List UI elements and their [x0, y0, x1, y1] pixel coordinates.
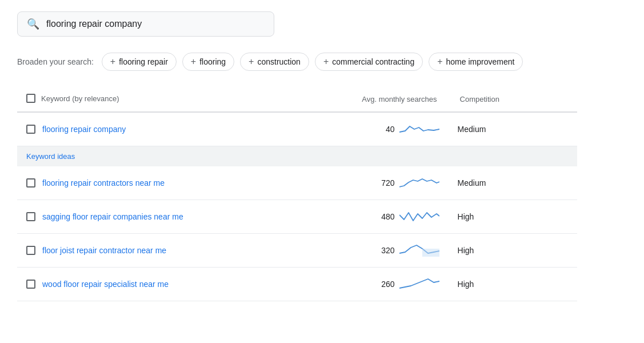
row-2-keyword-cell: floor joist repair contractor near me	[17, 234, 325, 268]
keyword-ideas-header: Keyword ideas	[17, 146, 577, 167]
row-2-searches: 320	[381, 246, 394, 255]
row-3-keyword-link[interactable]: wood floor repair specialist near me	[42, 280, 169, 289]
main-row-competition-value: Medium	[458, 125, 486, 134]
search-bar[interactable]: 🔍 flooring repair company	[17, 11, 274, 37]
row-1-keyword-cell: sagging floor repair companies near me	[17, 200, 325, 234]
broaden-tag-label-construction: construction	[257, 57, 300, 66]
row-1-searches-cell: 480	[325, 200, 449, 234]
main-row-sparkline	[399, 121, 439, 138]
table-row-3: wood floor repair specialist near me 260…	[17, 268, 577, 301]
keyword-table: Keyword (by relevance) Avg. monthly sear…	[17, 87, 577, 301]
plus-icon-flooring: +	[191, 57, 196, 67]
row-0-searches-cell: 720	[325, 166, 449, 200]
row-3-keyword-cell: wood floor repair specialist near me	[17, 268, 325, 301]
broaden-tag-label-flooring: flooring	[199, 57, 226, 66]
plus-icon-commercial-contracting: +	[323, 57, 329, 67]
plus-icon-home-improvement: +	[437, 57, 442, 67]
header-checkbox[interactable]	[26, 94, 35, 103]
main-row-searches-cell: 40	[325, 112, 449, 146]
broaden-tag-label-commercial-contracting: commercial contracting	[332, 57, 414, 66]
col-header-competition: Competition	[449, 87, 577, 112]
row-2-searches-cell: 320	[325, 234, 449, 268]
broaden-tag-flooring-repair[interactable]: + flooring repair	[102, 53, 177, 71]
row-3-sparkline	[399, 276, 439, 293]
row-2-checkbox[interactable]	[26, 246, 35, 255]
broaden-tag-label-flooring-repair: flooring repair	[119, 57, 168, 66]
row-1-searches: 480	[381, 212, 394, 221]
row-1-sparkline	[399, 208, 439, 225]
row-1-competition: High	[458, 212, 474, 221]
row-0-competition-cell: Medium	[449, 166, 577, 200]
broaden-tag-commercial-contracting[interactable]: + commercial contracting	[315, 53, 423, 71]
search-input-value: flooring repair company	[46, 19, 142, 29]
row-2-competition: High	[458, 246, 474, 255]
row-3-searches: 260	[381, 280, 394, 289]
broaden-tag-label-home-improvement: home improvement	[446, 57, 515, 66]
table-header-row: Keyword (by relevance) Avg. monthly sear…	[17, 87, 577, 112]
broaden-search-row: Broaden your search: + flooring repair +…	[17, 53, 627, 71]
broaden-label: Broaden your search:	[17, 57, 94, 66]
row-0-keyword-link[interactable]: flooring repair contractors near me	[42, 178, 165, 188]
row-2-keyword-link[interactable]: floor joist repair contractor near me	[42, 246, 166, 255]
row-1-keyword-link[interactable]: sagging floor repair companies near me	[42, 212, 183, 221]
table-row-1: sagging floor repair companies near me 4…	[17, 200, 577, 234]
row-3-checkbox[interactable]	[26, 280, 35, 289]
row-1-checkbox[interactable]	[26, 212, 35, 221]
row-1-competition-cell: High	[449, 200, 577, 234]
row-2-competition-cell: High	[449, 234, 577, 268]
main-row-keyword-cell: flooring repair company	[17, 112, 325, 146]
main-row-keyword-link[interactable]: flooring repair company	[42, 125, 126, 134]
row-0-keyword-cell: flooring repair contractors near me	[17, 166, 325, 200]
table-row-2: floor joist repair contractor near me 32…	[17, 234, 577, 268]
main-row-competition-cell: Medium	[449, 112, 577, 146]
svg-rect-0	[422, 249, 439, 257]
main-row-searches-value: 40	[386, 125, 395, 134]
plus-icon-construction: +	[249, 57, 254, 67]
broaden-tag-construction[interactable]: + construction	[240, 53, 309, 71]
keyword-ideas-label: Keyword ideas	[17, 146, 577, 167]
row-0-checkbox[interactable]	[26, 178, 35, 188]
main-row-checkbox[interactable]	[26, 125, 35, 134]
row-3-competition: High	[458, 280, 474, 289]
row-0-competition: Medium	[458, 178, 486, 188]
broaden-tag-home-improvement[interactable]: + home improvement	[429, 53, 523, 71]
row-0-sparkline	[399, 174, 439, 192]
col-header-searches: Avg. monthly searches	[325, 87, 449, 112]
broaden-tag-flooring[interactable]: + flooring	[182, 53, 234, 71]
plus-icon-flooring-repair: +	[110, 57, 115, 67]
row-2-sparkline	[399, 242, 439, 259]
search-icon: 🔍	[27, 18, 39, 30]
row-3-competition-cell: High	[449, 268, 577, 301]
col-header-keyword: Keyword (by relevance)	[17, 87, 325, 112]
table-row-main: flooring repair company 40 Medium	[17, 112, 577, 146]
table-row-0: flooring repair contractors near me 720 …	[17, 166, 577, 200]
row-3-searches-cell: 260	[325, 268, 449, 301]
row-0-searches: 720	[381, 178, 394, 188]
